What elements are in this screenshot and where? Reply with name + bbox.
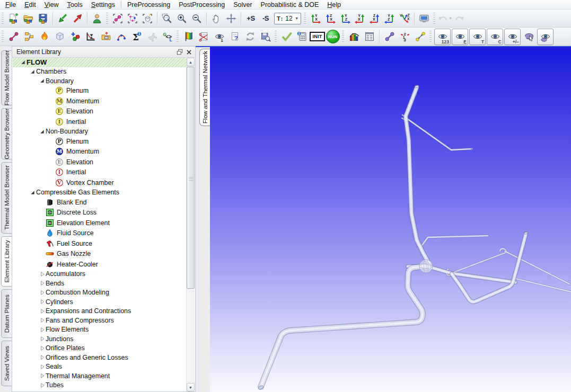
tree-item-flow-elements[interactable]: Flow Elements <box>13 325 186 335</box>
tree-item-chambers[interactable]: Chambers <box>13 67 186 77</box>
init-solver-button[interactable]: INIT <box>310 29 325 44</box>
export-package-button[interactable] <box>98 29 113 44</box>
tree-expander-icon[interactable] <box>29 68 36 75</box>
combustor-button[interactable] <box>37 29 52 44</box>
viewport-tab[interactable]: Flow and Thermal Network <box>199 49 210 126</box>
tree-item-compressible-gas-elements[interactable]: Compressible Gas Elements <box>13 188 186 198</box>
lasso-select-button[interactable] <box>521 29 537 44</box>
pan-view-button[interactable] <box>209 11 224 26</box>
spline-curve-button[interactable] <box>113 29 129 44</box>
tree-item-inertial[interactable]: IInertial <box>13 117 186 127</box>
menu-preprocessing[interactable]: PreProcessing <box>123 1 174 9</box>
menu-view[interactable]: View <box>40 1 63 9</box>
tree-item-junctions[interactable]: Junctions <box>13 334 186 344</box>
tree-item-cylinders[interactable]: Cylinders <box>13 297 186 307</box>
tree-item-combustion-modeling[interactable]: Combustion Modeling <box>13 288 186 298</box>
zoom-out-button[interactable] <box>189 11 204 26</box>
panel-splitter[interactable] <box>196 46 199 392</box>
increase-symbol-size-button[interactable]: +S <box>243 11 258 26</box>
tree-expander-icon[interactable] <box>38 77 46 84</box>
panel-close-button[interactable] <box>185 48 194 56</box>
summation-button[interactable]: Σi <box>129 29 144 44</box>
tree-expander-icon[interactable] <box>38 363 46 370</box>
sidebar-tab-saved-views[interactable]: Saved Views <box>1 341 12 386</box>
tree-expander-icon[interactable] <box>38 128 46 135</box>
model-tree-button[interactable] <box>21 29 37 44</box>
undo-button[interactable]: ▼ <box>437 11 452 26</box>
show-signs-button[interactable]: +/− <box>504 29 521 45</box>
menu-solver[interactable]: Solver <box>229 1 256 9</box>
menu-postprocessing[interactable]: PostProcessing <box>174 1 229 9</box>
redo-button[interactable] <box>452 11 467 26</box>
save-snapshot-button[interactable] <box>258 29 273 44</box>
menu-probabilistic-doe[interactable]: Probabilistic & DOE <box>257 1 323 9</box>
view-zy-button[interactable]: YZ <box>338 11 353 26</box>
tree-item-fans-and-compressors[interactable]: Fans and Compressors <box>13 316 186 325</box>
tree-expander-icon[interactable] <box>38 372 46 379</box>
tree-expander-icon[interactable] <box>38 345 46 352</box>
scroll-up-button[interactable]: ▲ <box>187 58 195 66</box>
tree-item-elevation[interactable]: EElevation <box>13 106 186 117</box>
zoom-in-button[interactable] <box>174 11 189 26</box>
select-network-button[interactable] <box>125 11 140 26</box>
plot-histogram-button[interactable] <box>346 29 362 44</box>
chamber-3d-button[interactable] <box>52 29 67 44</box>
tree-item-plenum[interactable]: PPlenum <box>13 136 186 147</box>
sidebar-tab-flow-model-browser[interactable]: Flow Model Browser <box>1 50 12 105</box>
tree-item-elevation-element[interactable]: DElevation Element <box>13 218 186 228</box>
tree-item-blank-end[interactable]: Blank End <box>13 197 186 208</box>
tree-item-non-boundary[interactable]: Non-Boundary <box>13 127 186 137</box>
tree-expander-icon[interactable] <box>29 189 36 196</box>
zoom-window-button[interactable] <box>160 11 174 26</box>
menu-tools[interactable]: Tools <box>63 1 87 9</box>
aircraft-mode-button[interactable] <box>144 29 160 44</box>
fit-to-screen-button[interactable] <box>417 11 432 26</box>
show-chambers-button[interactable]: C <box>487 29 503 45</box>
tree-item-discrete-loss[interactable]: DDiscrete Loss <box>13 208 186 218</box>
save-model-button[interactable] <box>36 11 50 26</box>
tree-item-plenum[interactable]: PPlenum <box>13 86 186 96</box>
tree-item-heater-cooler[interactable]: Heater-Cooler <box>13 259 186 270</box>
link-elements-button[interactable] <box>382 29 397 44</box>
tree-item-momentum[interactable]: MMomentum <box>13 96 186 106</box>
document-help-button[interactable]: ? <box>227 29 242 44</box>
viewport-3d[interactable] <box>210 47 571 392</box>
menu-edit[interactable]: Edit <box>20 1 40 9</box>
view-yz-button[interactable]: YZ <box>382 11 397 26</box>
tree-scrollbar[interactable]: ▲ ▼ <box>186 58 195 391</box>
measure-distance-button[interactable] <box>412 29 428 44</box>
tree-expander-icon[interactable] <box>38 354 46 361</box>
tree-item-flow[interactable]: FLOW <box>13 58 186 67</box>
tree-item-expansions-and-contractions[interactable]: Expansions and Contractions <box>13 307 186 316</box>
tree-expander-icon[interactable] <box>38 391 46 391</box>
contour-display-button[interactable] <box>181 29 196 44</box>
tree-item-inertial[interactable]: IInertial <box>13 167 186 178</box>
tree-expander-icon[interactable] <box>38 326 46 333</box>
show-elements-button[interactable]: E <box>452 29 468 45</box>
tree-expander-icon[interactable] <box>38 298 46 305</box>
global-local-button[interactable]: G<>L <box>160 29 175 44</box>
tree-item-accumulators[interactable]: Accumulators <box>13 270 186 279</box>
tree-item-orifices-and-generic-losses[interactable]: Orifices and Generic Losses <box>13 353 186 362</box>
report-table-button[interactable] <box>362 29 377 44</box>
tree-expander-icon[interactable] <box>38 280 46 287</box>
rotate-view-button[interactable] <box>224 11 239 26</box>
tree-item-bends[interactable]: Bends <box>13 279 186 288</box>
tree-item-fuel-source[interactable]: Fuel Source <box>13 238 186 249</box>
renumber-elements-button[interactable]: 213 <box>397 29 412 44</box>
view-xz-button[interactable]: ZX <box>323 11 338 26</box>
validate-model-button[interactable] <box>279 29 294 44</box>
scroll-thumb[interactable] <box>187 67 195 289</box>
tree-expander-icon[interactable] <box>38 289 46 296</box>
refresh-model-button[interactable] <box>242 29 258 44</box>
view-zx-button[interactable]: ZX <box>367 11 382 26</box>
tree-item-orifice-plates[interactable]: Orifice Plates <box>13 344 186 353</box>
convergence-plot-button[interactable] <box>83 29 98 44</box>
display-results-button[interactable]: 1 <box>212 29 227 44</box>
property-calculator-button[interactable]: i <box>294 29 310 44</box>
tree-item-elevation[interactable]: EElevation <box>13 157 186 167</box>
create-element-button[interactable] <box>6 29 21 44</box>
tree-item-boundary[interactable]: Boundary <box>13 76 186 86</box>
tree-item-gas-nozzle[interactable]: Gas Nozzle <box>13 249 186 260</box>
tree-expander-icon[interactable] <box>38 335 46 342</box>
